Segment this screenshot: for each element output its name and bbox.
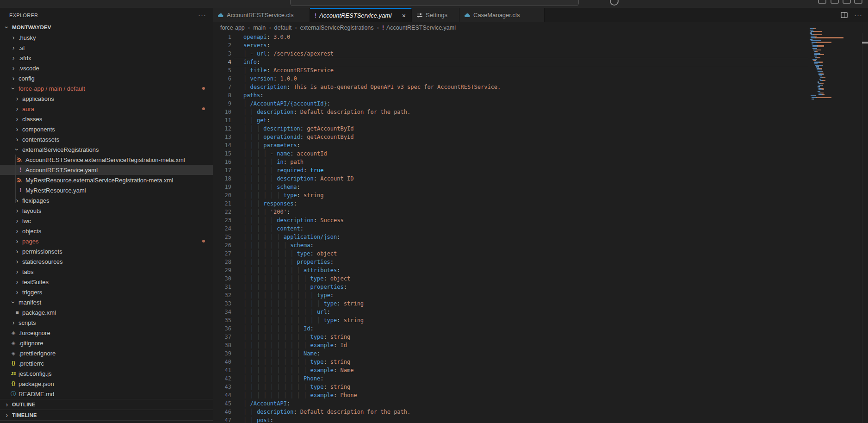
tree-item-myrestresource.externalserviceregistration-meta.xml[interactable]: MyRestResource.externalServiceRegistrati… [0, 175, 213, 185]
line-number[interactable]: 2 [213, 41, 231, 50]
split-editor-icon[interactable] [841, 12, 848, 19]
code-line-37[interactable]: 37│ │ │ │ │ │ │ │ │ │ type: string [213, 333, 868, 341]
scrollbar-thumb[interactable] [862, 42, 868, 44]
code-line-46[interactable]: 46│ │ description: Default description f… [213, 408, 868, 416]
code-line-11[interactable]: 11│ │ get: [213, 116, 868, 124]
tree-item-permissionsets[interactable]: ›permissionsets [0, 246, 213, 256]
line-number[interactable]: 41 [213, 366, 231, 374]
code-line-14[interactable]: 14│ │ │ parameters: [213, 141, 868, 149]
code-line-3[interactable]: 3│ - url: /services/apexrest [213, 50, 868, 58]
line-number[interactable]: 15 [213, 149, 231, 158]
breadcrumb-item-default[interactable]: default [274, 25, 292, 31]
tab-accountrestservice.cls[interactable]: AccountRESTService.cls [213, 8, 310, 22]
tree-item-.husky[interactable]: ›.husky [0, 32, 213, 43]
code-line-35[interactable]: 35│ │ │ │ │ │ │ │ │ │ │ │ type: string [213, 316, 868, 324]
code-line-32[interactable]: 32│ │ │ │ │ │ │ │ │ │ │ type: [213, 291, 868, 299]
code-line-33[interactable]: 33│ │ │ │ │ │ │ │ │ │ │ │ type: string [213, 299, 868, 308]
line-number[interactable]: 3 [213, 50, 231, 58]
line-number[interactable]: 7 [213, 83, 231, 91]
line-number[interactable]: 34 [213, 308, 231, 316]
tree-item-objects[interactable]: ›objects [0, 226, 213, 236]
line-number[interactable]: 21 [213, 199, 231, 208]
tree-item-accountrestservice.yaml[interactable]: !AccountRESTService.yaml [0, 165, 213, 175]
line-number[interactable]: 11 [213, 116, 231, 124]
line-number[interactable]: 28 [213, 258, 231, 266]
code-line-17[interactable]: 17│ │ │ │ │ required: true [213, 166, 868, 174]
code-line-41[interactable]: 41│ │ │ │ │ │ │ │ │ │ example: Name [213, 366, 868, 374]
line-number[interactable]: 24 [213, 224, 231, 233]
code-line-23[interactable]: 23│ │ │ │ │ description: Success [213, 216, 868, 224]
tree-item-lwc[interactable]: ›lwc [0, 216, 213, 226]
code-line-26[interactable]: 26│ │ │ │ │ │ │ schema: [213, 241, 868, 249]
tree-item-triggers[interactable]: ›triggers [0, 287, 213, 297]
line-number[interactable]: 12 [213, 124, 231, 133]
code-line-1[interactable]: 1openapi: 3.0.0 [213, 33, 868, 41]
command-center[interactable] [290, 0, 579, 6]
tab-accountrestservice.yaml[interactable]: !AccountRESTService.yaml× [310, 8, 412, 22]
code-line-30[interactable]: 30│ │ │ │ │ │ │ │ │ │ type: object [213, 274, 868, 283]
line-number[interactable]: 31 [213, 283, 231, 291]
line-number[interactable]: 37 [213, 333, 231, 341]
tab-casemanager.cls[interactable]: CaseManager.cls [459, 8, 545, 22]
line-number[interactable]: 10 [213, 108, 231, 116]
code-line-2[interactable]: 2servers: [213, 41, 868, 50]
line-number[interactable]: 39 [213, 349, 231, 358]
line-number[interactable]: 25 [213, 233, 231, 241]
section-timeline[interactable]: ›TIMELINE [0, 410, 213, 420]
line-number[interactable]: 44 [213, 391, 231, 399]
line-number[interactable]: 42 [213, 374, 231, 383]
code-line-27[interactable]: 27│ │ │ │ │ │ │ │ type: object [213, 249, 868, 258]
tree-item-.sf[interactable]: ›.sf [0, 43, 213, 53]
code-line-25[interactable]: 25│ │ │ │ │ │ application/json: [213, 233, 868, 241]
code-line-6[interactable]: 6│ version: 1.0.0 [213, 75, 868, 83]
line-number[interactable]: 5 [213, 66, 231, 75]
code-line-24[interactable]: 24│ │ │ │ │ content: [213, 224, 868, 233]
code-line-20[interactable]: 20│ │ │ │ │ │ type: string [213, 191, 868, 199]
layout-toggle-icon[interactable] [831, 0, 839, 4]
tree-item-accountrestservice.externalserviceregistration-meta.xml[interactable]: AccountRESTService.externalServiceRegist… [0, 155, 213, 165]
tree-item-pages[interactable]: ›pages [0, 236, 213, 246]
breadcrumb-file[interactable]: !AccountRESTService.yaml [382, 25, 456, 31]
code-line-40[interactable]: 40│ │ │ │ │ │ │ │ │ │ type: string [213, 358, 868, 366]
explorer-more-actions-icon[interactable]: ··· [198, 13, 206, 18]
tree-item-myrestresource.yaml[interactable]: !MyRestResource.yaml [0, 185, 213, 195]
code-line-39[interactable]: 39│ │ │ │ │ │ │ │ │ Name: [213, 349, 868, 358]
line-number[interactable]: 19 [213, 183, 231, 191]
code-line-12[interactable]: 12│ │ │ description: getAccountById [213, 124, 868, 133]
tree-item-components[interactable]: ›components [0, 124, 213, 134]
code-line-8[interactable]: 8paths: [213, 91, 868, 100]
line-number[interactable]: 14 [213, 141, 231, 149]
minimap[interactable] [810, 28, 861, 100]
code-line-4[interactable]: 4info: [213, 58, 868, 66]
line-number[interactable]: 38 [213, 341, 231, 349]
breadcrumb-item-force-app[interactable]: force-app [220, 25, 245, 31]
code-line-9[interactable]: 9│ /AccountAPI/{accountId}: [213, 100, 868, 108]
code-line-31[interactable]: 31│ │ │ │ │ │ │ │ │ │ properties: [213, 283, 868, 291]
tree-item-force-app-main-default[interactable]: ›force-app / main / default [0, 83, 213, 93]
code-line-47[interactable]: 47│ │ post: [213, 416, 868, 423]
line-number[interactable]: 6 [213, 75, 231, 83]
code-line-21[interactable]: 21│ │ │ responses: [213, 199, 868, 208]
line-number[interactable]: 9 [213, 100, 231, 108]
code-line-13[interactable]: 13│ │ │ operationId: getAccountById [213, 133, 868, 141]
code-line-18[interactable]: 18│ │ │ │ │ description: Account ID [213, 174, 868, 183]
line-number[interactable]: 47 [213, 416, 231, 423]
line-number[interactable]: 20 [213, 191, 231, 199]
line-number[interactable]: 45 [213, 399, 231, 408]
code-line-28[interactable]: 28│ │ │ │ │ │ │ │ properties: [213, 258, 868, 266]
code-line-34[interactable]: 34│ │ │ │ │ │ │ │ │ │ │ url: [213, 308, 868, 316]
tree-item-package.json[interactable]: {}package.json [0, 379, 213, 389]
line-number[interactable]: 35 [213, 316, 231, 324]
tree-item-contentassets[interactable]: ›contentassets [0, 134, 213, 144]
code-line-42[interactable]: 42│ │ │ │ │ │ │ │ │ Phone: [213, 374, 868, 383]
tree-item-externalserviceregistrations[interactable]: ›externalServiceRegistrations [0, 144, 213, 155]
layout-toggle-icon[interactable] [818, 0, 826, 4]
tree-item-jest.config.js[interactable]: JSjest.config.js [0, 368, 213, 379]
tree-item-testsuites[interactable]: ›testSuites [0, 277, 213, 287]
code-line-45[interactable]: 45│ /AccountAPI: [213, 399, 868, 408]
line-number[interactable]: 23 [213, 216, 231, 224]
line-number[interactable]: 26 [213, 241, 231, 249]
layout-toggle-icon[interactable] [843, 0, 851, 4]
code-line-29[interactable]: 29│ │ │ │ │ │ │ │ │ attributes: [213, 266, 868, 274]
code-line-43[interactable]: 43│ │ │ │ │ │ │ │ │ │ type: string [213, 383, 868, 391]
